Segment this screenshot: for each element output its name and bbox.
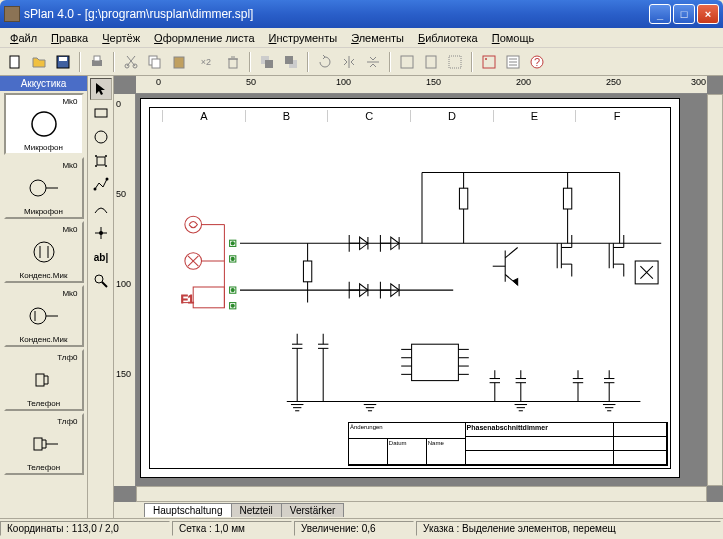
svg-point-29 [30, 308, 46, 324]
help-button[interactable]: ? [526, 51, 548, 73]
save-button[interactable] [52, 51, 74, 73]
zoom-page-icon [423, 54, 439, 70]
titleblock: Änderungen DatumName Phasenabschnittdimm… [348, 422, 668, 466]
zoom-sel-icon [447, 54, 463, 70]
to-front-icon [259, 54, 275, 70]
svg-rect-33 [34, 438, 42, 450]
svg-point-26 [34, 242, 54, 262]
drawing-title: Phasenabschnittdimmer [466, 423, 614, 437]
curve-icon [93, 201, 109, 217]
menu-help[interactable]: Помощь [486, 30, 541, 46]
component-item[interactable]: Mk0 Конденс.Мик [4, 285, 84, 347]
print-button[interactable] [86, 51, 108, 73]
trash-icon [225, 54, 241, 70]
zoom-icon [93, 273, 109, 289]
list-icon [505, 54, 521, 70]
open-button[interactable] [28, 51, 50, 73]
toggle-grid-button[interactable] [478, 51, 500, 73]
svg-rect-75 [459, 188, 467, 209]
svg-line-82 [505, 247, 517, 257]
duplicate-button[interactable]: ×2 [192, 51, 220, 73]
rect-icon [93, 105, 109, 121]
print-icon [89, 54, 105, 70]
pointer-tool[interactable] [90, 78, 112, 100]
phone-icon [24, 362, 64, 398]
sheet-tabs: Hauptschaltung Netzteil Verstärker [114, 502, 723, 518]
svg-rect-78 [563, 188, 571, 209]
mirror-h-button[interactable] [338, 51, 360, 73]
zoom-page-button[interactable] [420, 51, 442, 73]
svg-rect-72 [303, 261, 311, 282]
component-item[interactable]: Mk0 Микрофон [4, 157, 84, 219]
to-front-button[interactable] [256, 51, 278, 73]
drawing-canvas[interactable]: A B C D E F F1 [140, 98, 680, 478]
scrollbar-horizontal[interactable] [136, 486, 707, 502]
mirror-v-button[interactable] [362, 51, 384, 73]
paste-button[interactable] [168, 51, 190, 73]
svg-rect-2 [59, 57, 67, 61]
copy-button[interactable] [144, 51, 166, 73]
open-icon [31, 54, 47, 70]
svg-rect-55 [193, 287, 224, 308]
paste-icon [171, 54, 187, 70]
svg-rect-32 [36, 374, 44, 386]
capacitor-mic-icon [24, 234, 64, 270]
menu-drawing[interactable]: Чертёж [96, 30, 146, 46]
svg-rect-0 [10, 56, 19, 68]
sidebar-category-tab[interactable]: Аккустика [0, 76, 87, 91]
window-title: sPlan 4.0 - [g:\program\rusplan\dimmer.s… [24, 7, 649, 21]
polyline-tool[interactable] [90, 174, 112, 196]
curve-tool[interactable] [90, 198, 112, 220]
cut-button[interactable] [120, 51, 142, 73]
special-tool[interactable] [90, 150, 112, 172]
circle-icon [93, 129, 109, 145]
component-item[interactable]: Тлф0 Телефон [4, 349, 84, 411]
svg-point-43 [106, 178, 109, 181]
component-item[interactable]: Тлф0 Телефон [4, 413, 84, 475]
zoom-fit-button[interactable] [396, 51, 418, 73]
microphone-icon [24, 106, 64, 142]
component-item[interactable]: Mk0 Конденс.Мик [4, 221, 84, 283]
menu-file[interactable]: Файл [4, 30, 43, 46]
svg-point-46 [99, 231, 103, 235]
copy-icon [147, 54, 163, 70]
menu-edit[interactable]: Правка [45, 30, 94, 46]
menu-page-layout[interactable]: Оформление листа [148, 30, 260, 46]
rect-tool[interactable] [90, 102, 112, 124]
menu-elements[interactable]: Элементы [345, 30, 410, 46]
menu-tools[interactable]: Инструменты [263, 30, 344, 46]
zoom-sel-button[interactable] [444, 51, 466, 73]
list-button[interactable] [502, 51, 524, 73]
svg-point-40 [95, 165, 97, 167]
circle-tool[interactable] [90, 126, 112, 148]
zoom-fit-icon [399, 54, 415, 70]
maximize-button[interactable]: □ [673, 4, 695, 24]
minimize-button[interactable]: _ [649, 4, 671, 24]
svg-point-19 [485, 58, 487, 60]
zoom-tool[interactable] [90, 270, 112, 292]
cut-icon [123, 54, 139, 70]
rotate-button[interactable] [314, 51, 336, 73]
new-button[interactable] [4, 51, 26, 73]
close-button[interactable]: × [697, 4, 719, 24]
sheet-tab[interactable]: Netzteil [231, 503, 282, 517]
component-item[interactable]: Mk0 Микрофон [4, 93, 84, 155]
scrollbar-vertical[interactable] [707, 94, 723, 486]
svg-rect-37 [97, 157, 105, 165]
menubar: Файл Правка Чертёж Оформление листа Инст… [0, 28, 723, 48]
delete-button[interactable] [222, 51, 244, 73]
sheet-tab[interactable]: Hauptschaltung [144, 503, 232, 517]
rotate-icon [317, 54, 333, 70]
menu-library[interactable]: Библиотека [412, 30, 484, 46]
svg-point-42 [94, 188, 97, 191]
node-tool[interactable] [90, 222, 112, 244]
svg-point-39 [105, 155, 107, 157]
mirror-v-icon [365, 54, 381, 70]
sheet-tab[interactable]: Verstärker [281, 503, 345, 517]
svg-point-38 [95, 155, 97, 157]
to-back-button[interactable] [280, 51, 302, 73]
text-tool[interactable]: ab| [90, 246, 112, 268]
svg-rect-8 [152, 59, 160, 68]
svg-rect-18 [483, 56, 495, 68]
svg-point-62 [231, 257, 234, 260]
